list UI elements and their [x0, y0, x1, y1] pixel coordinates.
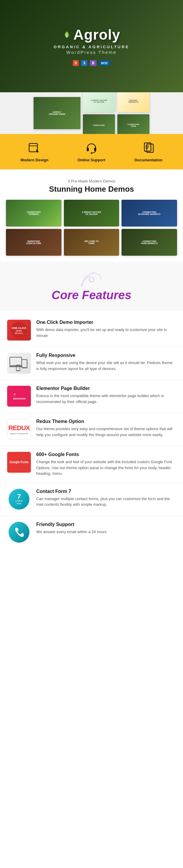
demo-thumb-5[interactable]: WELCOME TOFARM — [64, 229, 119, 256]
ft-responsive-inner — [7, 353, 31, 374]
features-bar: Modern Design Online Support Documentati… — [0, 134, 183, 169]
demo-inner-1: CONNECTINGFARMERS — [6, 200, 62, 226]
hero-subtitle2: WordPress Theme — [66, 50, 117, 55]
feature-name-support: Friendly Support — [36, 522, 176, 527]
feature-desc-redux: Our theme provides very easy and compreh… — [36, 426, 176, 438]
elementor-icon: ≡ elementor — [10, 389, 28, 404]
modern-design-icon — [27, 141, 42, 155]
ft-contactform-inner: 7 contactform — [9, 489, 29, 509]
feature-text-redux: Redux Theme Option Our theme provides ve… — [36, 419, 176, 438]
svg-point-5 — [90, 152, 92, 154]
responsive-icon — [9, 354, 29, 372]
core-features-bg-icon — [80, 271, 103, 288]
modern-design-label: Modern Design — [21, 158, 48, 162]
feature-name-redux: Redux Theme Option — [36, 419, 176, 424]
feature-thumb-redux: REDUX options framework — [7, 419, 31, 440]
svg-rect-16 — [10, 357, 22, 366]
feature-name-responsive: Fully Responsive — [36, 353, 176, 358]
ft-support-inner — [9, 522, 29, 542]
demo-inner-2: A BRIGHT NATUREOF SEASON — [64, 200, 119, 226]
demo-thumb-4[interactable]: MARKETINGAGRICULTURE — [6, 229, 62, 256]
svg-rect-3 — [87, 148, 89, 151]
feature-name-oneclick: One Click Demo Importer — [36, 320, 176, 325]
feature-documentation: Documentation — [134, 141, 162, 162]
demo-thumb-1[interactable]: CONNECTINGFARMERS — [6, 200, 62, 226]
feature-row-oneclick: ONE-CLICK DEMO INSTALL One Click Demo Im… — [0, 314, 183, 347]
demo-inner-5: WELCOME TOFARM — [64, 229, 119, 256]
document-icon — [142, 142, 155, 155]
badge-css3: 3 — [81, 60, 87, 66]
ft-oneclick-inner: ONE-CLICK DEMO INSTALL — [7, 320, 31, 341]
svg-text:INSTALL: INSTALL — [14, 332, 24, 334]
feature-thumb-contactform: 7 contactform — [7, 489, 31, 509]
badge-w3c: W3C — [99, 60, 110, 66]
feature-desc-googlefonts: Change the look and feel of your website… — [36, 459, 176, 476]
preview-inner-sm3: ORGANICPRODUCTS — [117, 92, 149, 112]
preview-inner-sm4: CONNECTINGFARM — [117, 114, 149, 134]
feature-text-support: Friendly Support We answer every email w… — [36, 522, 176, 535]
badge-bootstrap: B — [90, 60, 97, 66]
oneclick-icon: ONE-CLICK DEMO INSTALL — [10, 321, 28, 339]
preview-card-sm-2: FARM STORE — [83, 114, 115, 134]
preview-cards: AGROLYORGANIC FARM A BRIGHT NATUREOF SEA… — [29, 92, 154, 134]
svg-text:ONE-CLICK: ONE-CLICK — [11, 327, 27, 330]
feature-name-contactform: Contact Form 7 — [36, 489, 176, 494]
feature-row-responsive: Fully Responsive What ever you are using… — [0, 347, 183, 380]
feature-name-googlefonts: 600+ Google Fonts — [36, 452, 176, 457]
demos-grid: CONNECTINGFARMERS A BRIGHT NATUREOF SEAS… — [6, 200, 177, 256]
svg-rect-21 — [16, 370, 20, 371]
demo-thumb-6[interactable]: CONNECTINGFARM MARKETS — [121, 229, 177, 256]
preview-card-sm-1: A BRIGHT NATUREOF SEASON — [83, 92, 115, 112]
preview-inner: AGROLYORGANIC FARM — [34, 97, 80, 129]
feature-text-googlefonts: 600+ Google Fonts Change the look and fe… — [36, 452, 176, 476]
svg-rect-17 — [9, 366, 22, 367]
demo-inner-4: MARKETINGAGRICULTURE — [6, 229, 62, 256]
feature-text-oneclick: One Click Demo Importer With demo data i… — [36, 320, 176, 338]
feature-desc-support: We answer every email within a 24 hours — [36, 529, 176, 535]
feature-row-elementor: ≡ elementor Elementor Page Builder Enexu… — [0, 380, 183, 413]
demo-inner-6: CONNECTINGFARM MARKETS — [121, 229, 177, 256]
hero-section: Agroly Organic & Agriculture WordPress T… — [0, 0, 183, 92]
feature-thumb-googlefonts: Google Fonts — [7, 452, 31, 473]
ft-googlefonts-inner: Google Fonts — [7, 452, 31, 473]
svg-rect-22 — [11, 390, 27, 402]
online-support-icon — [84, 141, 99, 155]
preview-inner-sm2: FARM STORE — [83, 114, 115, 134]
feature-row-redux: REDUX options framework Redux Theme Opti… — [0, 413, 183, 446]
googlefonts-icon: Google Fonts — [9, 453, 29, 471]
feature-modern-design: Modern Design — [21, 141, 48, 162]
feature-list: ONE-CLICK DEMO INSTALL One Click Demo Im… — [0, 311, 183, 552]
demo-thumb-2[interactable]: A BRIGHT NATUREOF SEASON — [64, 200, 119, 226]
svg-text:≡: ≡ — [14, 392, 15, 396]
feature-thumb-responsive — [7, 353, 31, 374]
preview-card-sm-4: CONNECTINGFARM — [117, 114, 150, 134]
ft-redux-inner: REDUX options framework — [7, 419, 31, 440]
documentation-label: Documentation — [134, 158, 162, 162]
feature-text-elementor: Elementor Page Builder Enexus is the mos… — [36, 386, 176, 405]
feature-text-contactform: Contact Form 7 Can manager multiple cont… — [36, 489, 176, 507]
svg-point-11 — [89, 277, 94, 282]
svg-rect-0 — [29, 144, 37, 152]
feature-desc-oneclick: With demo data importer, you'll be set u… — [36, 327, 176, 338]
feature-online-support: Online Support — [77, 141, 106, 162]
preview-card-sm-3: ORGANICPRODUCTS — [117, 92, 150, 112]
hero-logo: Agroly — [63, 27, 120, 43]
feature-desc-elementor: Enexus is the most compatible theme with… — [36, 393, 176, 405]
brand-name: Agroly — [73, 27, 120, 43]
demos-title: Stunning Home Demos — [6, 185, 177, 194]
hero-subtitle1: Organic & Agriculture — [53, 45, 129, 49]
phone-icon — [13, 526, 25, 538]
feature-row-googlefonts: Google Fonts 600+ Google Fonts Change th… — [0, 446, 183, 483]
feature-row-contactform: 7 contactform Contact Form 7 Can manager… — [0, 483, 183, 516]
headphone-icon — [85, 142, 98, 155]
preview-inner-sm: A BRIGHT NATUREOF SEASON — [83, 92, 115, 112]
core-features-section: Core Features — [0, 262, 183, 311]
feature-thumb-elementor: ≡ elementor — [7, 386, 31, 407]
demo-thumb-3[interactable]: CONNECTINGECONOMIC MARKETS — [121, 200, 177, 226]
demo-inner-3: CONNECTINGECONOMIC MARKETS — [121, 200, 177, 226]
demos-pretitle: 3 Pre-Made Modern Demos — [6, 179, 177, 183]
svg-text:Google Fonts: Google Fonts — [9, 461, 29, 464]
svg-text:elementor: elementor — [13, 397, 26, 400]
online-support-label: Online Support — [77, 158, 106, 162]
preview-strip: AGROLYORGANIC FARM A BRIGHT NATUREOF SEA… — [0, 92, 183, 134]
